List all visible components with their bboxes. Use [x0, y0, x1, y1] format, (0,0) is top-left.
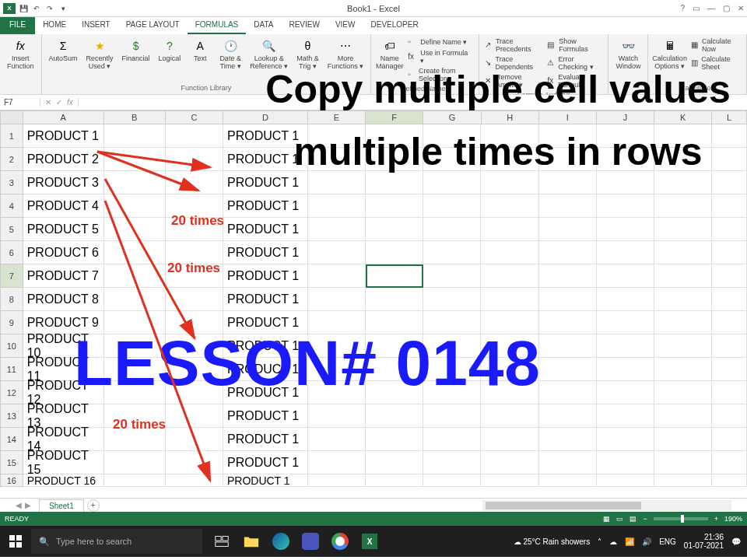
- enter-formula-icon[interactable]: ✓: [56, 98, 62, 107]
- cell-E9[interactable]: [308, 311, 366, 334]
- row-header-8[interactable]: 8: [0, 288, 23, 311]
- cell-G3[interactable]: [423, 171, 481, 194]
- cell-L16[interactable]: [712, 474, 747, 487]
- cell-J2[interactable]: [597, 148, 654, 171]
- calculate-now-button[interactable]: ▦Calculate Now: [689, 37, 742, 54]
- cell-K16[interactable]: [654, 474, 712, 487]
- cell-K3[interactable]: [654, 171, 712, 194]
- cell-B10[interactable]: [104, 334, 166, 358]
- calculation-options-button[interactable]: 🖩Calculation Options ▾: [652, 37, 686, 72]
- cell-H4[interactable]: [481, 194, 538, 218]
- horizontal-scrollbar[interactable]: [482, 500, 731, 511]
- cell-B12[interactable]: [104, 381, 166, 404]
- cell-F13[interactable]: [366, 404, 423, 428]
- notification-icon[interactable]: 💬: [731, 537, 741, 546]
- cancel-formula-icon[interactable]: ✕: [45, 98, 51, 107]
- cell-L7[interactable]: [712, 264, 747, 288]
- evaluate-formula-button[interactable]: fxEvaluate Formula: [545, 72, 604, 89]
- cell-H10[interactable]: [481, 334, 538, 358]
- cell-A1[interactable]: PRODUCT 1: [23, 124, 104, 148]
- cell-F4[interactable]: [366, 194, 423, 218]
- cell-G7[interactable]: [423, 264, 481, 288]
- qat-dropdown-icon[interactable]: ▾: [58, 3, 68, 14]
- cell-C10[interactable]: [166, 334, 223, 358]
- cell-H14[interactable]: [481, 428, 538, 451]
- row-header-9[interactable]: 9: [0, 311, 23, 334]
- cell-F14[interactable]: [366, 428, 423, 451]
- column-header-D[interactable]: D: [223, 110, 308, 124]
- row-header-12[interactable]: 12: [0, 381, 23, 404]
- cell-C14[interactable]: [166, 428, 223, 451]
- autosum-button[interactable]: ΣAutoSum: [46, 37, 81, 65]
- trace-dependents-button[interactable]: ↘Trace Dependents: [483, 54, 544, 72]
- cell-J11[interactable]: [597, 358, 654, 381]
- cell-J6[interactable]: [597, 241, 654, 264]
- close-icon[interactable]: ✕: [738, 4, 744, 12]
- cell-L8[interactable]: [712, 288, 747, 311]
- cell-D4[interactable]: PRODUCT 1: [223, 194, 308, 218]
- column-header-C[interactable]: C: [166, 110, 223, 124]
- cell-G6[interactable]: [423, 241, 481, 264]
- column-header-E[interactable]: E: [308, 110, 366, 124]
- cell-I4[interactable]: [539, 194, 597, 218]
- row-header-16[interactable]: 16: [0, 474, 23, 487]
- more-functions-button[interactable]: ⋯More Functions ▾: [324, 37, 367, 72]
- ribbon-options-icon[interactable]: ▭: [693, 4, 700, 12]
- cell-C2[interactable]: [166, 148, 223, 171]
- cell-F10[interactable]: [366, 334, 423, 358]
- cell-A5[interactable]: PRODUCT 5: [23, 218, 104, 241]
- cell-J7[interactable]: [597, 264, 654, 288]
- cell-K5[interactable]: [654, 218, 712, 241]
- language-indicator[interactable]: ENG: [659, 537, 676, 546]
- row-header-1[interactable]: 1: [0, 124, 23, 148]
- tab-home[interactable]: HOME: [35, 17, 74, 34]
- cell-E15[interactable]: [308, 451, 366, 474]
- tab-developer[interactable]: DEVELOPER: [363, 17, 426, 34]
- row-header-15[interactable]: 15: [0, 451, 23, 474]
- cell-L10[interactable]: [712, 334, 747, 358]
- cell-L5[interactable]: [712, 218, 747, 241]
- taskbar-clock[interactable]: 21:36 01-07-2021: [684, 533, 724, 550]
- cell-G5[interactable]: [423, 218, 481, 241]
- cell-K9[interactable]: [654, 311, 712, 334]
- tab-data[interactable]: DATA: [246, 17, 281, 34]
- tab-review[interactable]: REVIEW: [281, 17, 327, 34]
- remove-arrows-button[interactable]: ✕Remove Arrows ▾: [483, 72, 544, 89]
- cell-D2[interactable]: PRODUCT 1: [223, 148, 308, 171]
- cell-L9[interactable]: [712, 311, 747, 334]
- cell-B4[interactable]: [104, 194, 166, 218]
- minimize-icon[interactable]: —: [707, 4, 715, 12]
- zoom-out-icon[interactable]: −: [643, 515, 647, 523]
- help-icon[interactable]: ?: [680, 4, 685, 12]
- cell-B7[interactable]: [104, 264, 166, 288]
- cell-J12[interactable]: [597, 381, 654, 404]
- cell-I9[interactable]: [539, 311, 597, 334]
- cell-C16[interactable]: [166, 474, 223, 487]
- cell-A13[interactable]: PRODUCT 13: [23, 404, 104, 428]
- cell-H12[interactable]: [481, 381, 538, 404]
- tab-formulas[interactable]: FORMULAS: [188, 17, 247, 34]
- cell-E16[interactable]: [308, 474, 366, 487]
- cell-J5[interactable]: [597, 218, 654, 241]
- cell-G11[interactable]: [423, 358, 481, 381]
- cell-G13[interactable]: [423, 404, 481, 428]
- cell-E7[interactable]: [308, 264, 366, 288]
- cell-E6[interactable]: [308, 241, 366, 264]
- cell-D16[interactable]: PRODUCT 1: [223, 474, 308, 487]
- cell-H6[interactable]: [481, 241, 538, 264]
- cell-D12[interactable]: PRODUCT 1: [223, 381, 308, 404]
- column-header-I[interactable]: I: [539, 110, 597, 124]
- cell-F11[interactable]: [366, 358, 423, 381]
- cell-B15[interactable]: [104, 451, 166, 474]
- tab-insert[interactable]: INSERT: [74, 17, 118, 34]
- cell-K12[interactable]: [654, 381, 712, 404]
- cell-F2[interactable]: [366, 148, 423, 171]
- error-checking-button[interactable]: ⚠Error Checking ▾: [545, 54, 604, 72]
- cell-K13[interactable]: [654, 404, 712, 428]
- cell-F3[interactable]: [366, 171, 423, 194]
- lookup-button[interactable]: 🔍Lookup & Reference ▾: [247, 37, 291, 72]
- cell-G16[interactable]: [423, 474, 481, 487]
- cell-H3[interactable]: [481, 171, 538, 194]
- cell-G2[interactable]: [423, 148, 481, 171]
- cell-H1[interactable]: [481, 124, 538, 148]
